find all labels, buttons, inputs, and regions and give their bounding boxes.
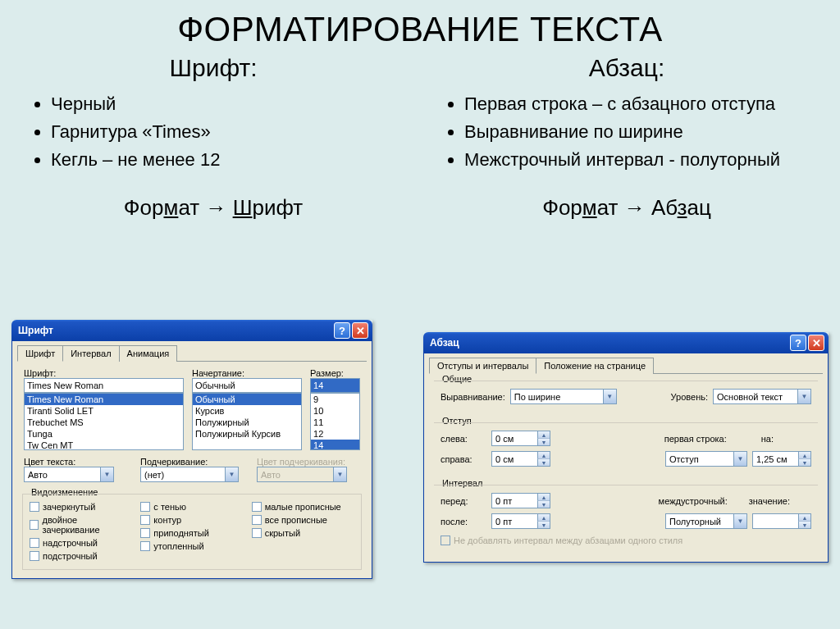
text-color-label: Цвет текста:	[24, 457, 127, 467]
help-button[interactable]: ?	[334, 322, 350, 339]
list-item[interactable]: Полужирный	[193, 417, 301, 428]
spin-down-icon[interactable]: ▼	[798, 522, 810, 528]
font-size-list[interactable]: 9 10 11 12 14	[310, 393, 360, 450]
alignment-label: Выравнивание:	[441, 392, 505, 402]
spacing-after-input[interactable]: 0 пт▲▼	[491, 513, 550, 529]
font-bullets: Черный Гарнитура «Times» Кегль – не мене…	[15, 90, 412, 174]
close-button[interactable]: ✕	[808, 335, 824, 351]
underline-color-combo: Авто▼	[257, 467, 347, 482]
chevron-down-icon[interactable]: ▼	[100, 467, 113, 481]
before-label: перед:	[441, 496, 486, 506]
list-item[interactable]: Полужирный Курсив	[193, 428, 301, 440]
list-item[interactable]: 12	[311, 428, 359, 440]
alignment-combo[interactable]: По ширине▼	[510, 389, 617, 404]
menu-path-font: Формат → Шрифт	[15, 195, 412, 221]
indent-right-label: справа:	[441, 454, 486, 464]
indent-right-input[interactable]: 0 см▲▼	[491, 451, 550, 467]
chevron-down-icon[interactable]: ▼	[733, 452, 746, 466]
level-combo[interactable]: Основной текст▼	[713, 389, 811, 404]
list-item[interactable]: 11	[311, 417, 359, 428]
spin-down-icon[interactable]: ▼	[798, 459, 810, 466]
list-item[interactable]: 9	[311, 394, 359, 405]
list-item[interactable]: Tunga	[25, 428, 183, 440]
list-item: Кегль – не менее 12	[51, 146, 412, 174]
slide-title: ФОРМАТИРОВАНИЕ ТЕКСТА	[0, 0, 840, 49]
chevron-down-icon[interactable]: ▼	[733, 514, 746, 528]
spin-down-icon[interactable]: ▼	[537, 459, 550, 466]
style-label: Начертание:	[192, 368, 302, 378]
underline-combo[interactable]: (нет)▼	[140, 467, 239, 482]
tab-animation[interactable]: Анимация	[119, 345, 178, 362]
effect-emboss[interactable]: приподнятый	[140, 528, 243, 538]
level-label: Уровень:	[671, 392, 708, 402]
underline-color-label: Цвет подчеркивания:	[257, 457, 360, 467]
effect-strikethrough[interactable]: зачеркнутый	[30, 502, 132, 512]
font-name-list[interactable]: Times New Roman Tiranti Solid LET Trebuc…	[24, 393, 184, 450]
list-item[interactable]: Обычный	[193, 394, 301, 405]
value-label: значение:	[749, 496, 790, 506]
menu-path-para: Формат → Абзац	[428, 195, 825, 221]
spin-down-icon[interactable]: ▼	[537, 501, 550, 508]
para-dialog-tabs: Отступы и интервалы Положение на страниц…	[429, 357, 823, 374]
list-item: Первая строка – с абзацного отступа	[464, 90, 825, 118]
line-spacing-combo[interactable]: Полуторный▼	[665, 513, 747, 529]
effect-allcaps[interactable]: все прописные	[252, 515, 354, 525]
font-dialog-titlebar[interactable]: Шрифт ? ✕	[11, 320, 372, 341]
spin-up-icon[interactable]: ▲	[798, 452, 810, 459]
list-item[interactable]: Tiranti Solid LET	[25, 405, 183, 417]
effect-engrave[interactable]: утопленный	[140, 541, 243, 551]
effect-shadow[interactable]: с тенью	[140, 502, 243, 512]
line-spacing-value-input[interactable]: ▲▼	[752, 513, 811, 529]
effect-outline[interactable]: контур	[140, 515, 243, 525]
spin-up-icon[interactable]: ▲	[537, 452, 550, 459]
para-dialog-titlebar[interactable]: Абзац ? ✕	[423, 332, 829, 353]
list-item[interactable]: 10	[311, 405, 359, 417]
effect-superscript[interactable]: надстрочный	[30, 538, 132, 548]
para-bullets: Первая строка – с абзацного отступа Выра…	[428, 90, 825, 174]
by-label: на:	[761, 434, 774, 444]
list-item: Выравнивание по ширине	[464, 118, 825, 146]
font-size-input[interactable]: 14	[310, 378, 360, 393]
spin-up-icon[interactable]: ▲	[798, 514, 810, 522]
tab-page-position[interactable]: Положение на странице	[536, 358, 654, 374]
chevron-down-icon[interactable]: ▼	[603, 390, 616, 403]
spacing-before-input[interactable]: 0 пт▲▼	[491, 493, 550, 508]
list-item[interactable]: Trebuchet MS	[25, 417, 183, 428]
chevron-down-icon[interactable]: ▼	[225, 467, 238, 481]
font-label: Шрифт:	[24, 368, 184, 378]
close-button[interactable]: ✕	[352, 322, 368, 339]
spin-down-icon[interactable]: ▼	[537, 522, 550, 528]
spin-up-icon[interactable]: ▲	[537, 514, 550, 522]
font-style-input[interactable]: Обычный	[192, 378, 302, 393]
spacing-group: перед: 0 пт▲▼ междустрочный: значение: п…	[434, 485, 818, 554]
text-color-combo[interactable]: Авто▼	[24, 467, 114, 482]
size-label: Размер:	[310, 368, 360, 378]
chevron-down-icon: ▼	[333, 467, 346, 481]
tab-spacing[interactable]: Интервал	[62, 345, 119, 362]
font-dialog-tabs: Шрифт Интервал Анимация	[17, 344, 367, 362]
list-item[interactable]: Tw Cen MT	[25, 440, 183, 450]
font-subheading: Шрифт:	[15, 54, 412, 82]
paragraph-dialog: Абзац ? ✕ Отступы и интервалы Положение …	[423, 332, 829, 563]
para-subheading: Абзац:	[428, 54, 825, 82]
effect-smallcaps[interactable]: малые прописные	[252, 502, 354, 512]
first-line-value-input[interactable]: 1,25 см▲▼	[752, 451, 811, 467]
list-item: Черный	[51, 90, 412, 118]
font-style-list[interactable]: Обычный Курсив Полужирный Полужирный Кур…	[192, 393, 302, 450]
font-name-input[interactable]: Times New Roman	[24, 378, 184, 393]
list-item[interactable]: Times New Roman	[25, 394, 183, 405]
tab-font[interactable]: Шрифт	[17, 345, 63, 362]
spin-down-icon[interactable]: ▼	[537, 439, 550, 445]
effect-subscript[interactable]: подстрочный	[30, 551, 132, 561]
chevron-down-icon[interactable]: ▼	[797, 390, 810, 403]
spin-up-icon[interactable]: ▲	[537, 494, 550, 501]
effect-hidden[interactable]: скрытый	[252, 528, 354, 538]
list-item[interactable]: Курсив	[193, 405, 301, 417]
help-button[interactable]: ?	[790, 335, 806, 351]
list-item[interactable]: 14	[311, 440, 359, 450]
effect-double-strike[interactable]: двойное зачеркивание	[30, 515, 132, 535]
first-line-combo[interactable]: Отступ▼	[665, 451, 747, 467]
indent-left-input[interactable]: 0 см▲▼	[491, 431, 550, 446]
spin-up-icon[interactable]: ▲	[537, 431, 550, 439]
tab-indents[interactable]: Отступы и интервалы	[429, 358, 536, 374]
